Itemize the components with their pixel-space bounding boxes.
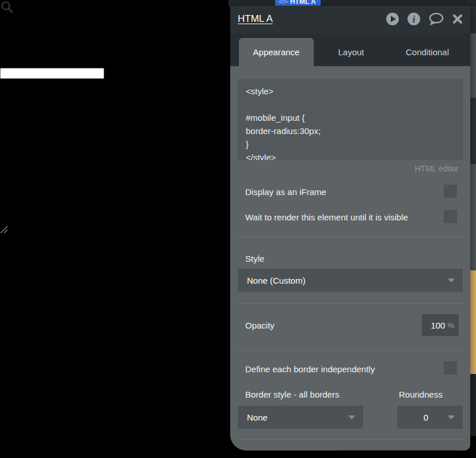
roundness-label: Roundness [399, 390, 443, 399]
backdrop-segment [470, 33, 476, 98]
border-style-label: Border style - all borders [245, 390, 339, 399]
section-divider [238, 236, 463, 237]
result-page-name: v2_settings [79, 120, 125, 130]
result-element-name: HTML A [44, 131, 77, 140]
section-divider [238, 350, 463, 351]
chevron-down-icon [348, 415, 355, 419]
iframe-checkbox[interactable] [444, 185, 457, 198]
backdrop-segment [470, 436, 476, 458]
result-label: Element [7, 131, 41, 140]
comment-icon[interactable] [428, 12, 444, 26]
contains-text-input[interactable] [0, 68, 104, 79]
code-icon: </> [279, 0, 288, 5]
resize-handle-icon[interactable] [0, 226, 8, 235]
opacity-unit: % [447, 321, 454, 330]
section-divider [238, 439, 463, 440]
dialog-title: App search tool [16, 6, 80, 16]
wait-render-checkbox[interactable] [444, 210, 457, 223]
border-style-dropdown[interactable]: None [238, 406, 363, 429]
element-title[interactable]: HTML A [238, 13, 273, 25]
selected-element-label: HTML A [290, 0, 316, 6]
dialog-close-icon[interactable]: ✖ [82, 6, 90, 16]
html-code-editor[interactable]: <style> #mobile_input { border-radius:30… [238, 79, 463, 160]
section-divider [238, 303, 463, 304]
info-icon[interactable]: i [407, 12, 421, 26]
result-index: 1 [0, 120, 5, 130]
bubble-editor-screen: </>HTML A HTML A i Appearan [0, 0, 476, 458]
backdrop-segment [470, 98, 476, 164]
result-index: 2 [0, 131, 5, 140]
opacity-label: Opacity [245, 320, 275, 330]
property-editor-header: HTML A i [230, 6, 470, 33]
appearance-tab-content: <style> #mobile_input { border-radius:30… [230, 66, 470, 451]
play-icon[interactable] [386, 12, 399, 26]
close-icon[interactable] [452, 13, 463, 25]
result-element-name: HTML A [44, 120, 77, 130]
property-editor-panel: HTML A i Appearance Layout Conditional [230, 6, 470, 451]
tab-conditional[interactable]: Conditional [389, 38, 466, 66]
partial-control-below [337, 449, 458, 451]
backdrop-segment [470, 164, 476, 270]
property-editor-tabbar: Appearance Layout Conditional [230, 33, 470, 66]
independent-borders-label: Define each border independently [245, 364, 375, 374]
canvas-backdrop-strip [470, 0, 476, 458]
opacity-input[interactable]: 100 % [422, 314, 459, 336]
chevron-down-icon [448, 415, 455, 419]
style-dropdown[interactable]: None (Custom) [238, 269, 463, 292]
tab-appearance[interactable]: Appearance [239, 38, 314, 66]
chevron-down-icon [448, 278, 455, 283]
result-page-name: v2_users [79, 131, 116, 140]
iframe-checkbox-label: Display as an iFrame [245, 187, 326, 197]
roundness-dropdown[interactable]: 0 [397, 406, 463, 429]
style-label: Style [245, 254, 264, 264]
wait-render-checkbox-label: Wait to render this element until it is … [245, 212, 408, 222]
tab-layout[interactable]: Layout [314, 38, 389, 66]
backdrop-segment [470, 374, 476, 436]
backdrop-segment-orange [470, 270, 476, 374]
svg-text:i: i [413, 14, 416, 24]
result-label: Element [7, 120, 41, 130]
independent-borders-checkbox[interactable] [444, 361, 457, 375]
html-editor-caption: HTML editor [414, 164, 459, 173]
search-icon [0, 6, 16, 16]
